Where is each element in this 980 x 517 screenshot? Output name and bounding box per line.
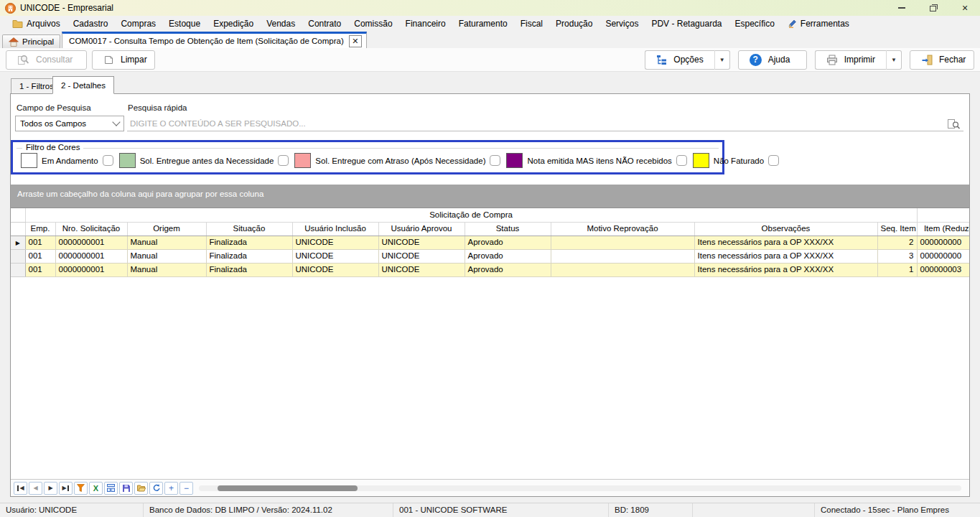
nav-filter-button[interactable] [74, 482, 88, 495]
menu-item-4[interactable]: Expedição [207, 17, 260, 31]
tab-principal[interactable]: Principal [2, 34, 60, 48]
column-header-8[interactable]: Observações [694, 222, 877, 236]
cell[interactable]: Itens necessários para a OP XXX/XX [694, 236, 877, 249]
tab-close-icon[interactable]: ✕ [349, 35, 362, 47]
cell[interactable]: Manual [127, 263, 206, 276]
group-by-panel[interactable]: Arraste um cabeçalho da coluna aqui para… [11, 185, 969, 208]
horizontal-scrollbar[interactable] [199, 485, 961, 491]
menu-item-9[interactable]: Faturamento [452, 17, 514, 31]
cell[interactable]: 0000000001 [55, 263, 127, 276]
cell[interactable]: Finalizada [206, 236, 292, 249]
cell[interactable] [551, 236, 694, 249]
menu-item-0[interactable]: Arquivos [6, 17, 67, 31]
nav-refresh-button[interactable] [149, 482, 163, 495]
menu-item-15[interactable]: Ferramentas [781, 17, 856, 31]
cell[interactable]: Aprovado [465, 236, 551, 249]
opcoes-button[interactable]: Opções [645, 50, 714, 70]
cell[interactable]: 3 [877, 249, 917, 263]
menu-item-6[interactable]: Contrato [302, 17, 347, 31]
column-header-10[interactable]: Item (Reduzi [917, 222, 969, 236]
opcoes-dropdown-arrow[interactable]: ▼ [714, 50, 730, 70]
color-filter-checkbox[interactable] [278, 155, 289, 166]
column-header-2[interactable]: Origem [127, 222, 206, 236]
cell[interactable]: Aprovado [465, 249, 551, 263]
menu-item-12[interactable]: Serviços [599, 17, 645, 31]
nav-save-layout-button[interactable] [119, 482, 133, 495]
cell[interactable]: Finalizada [206, 249, 292, 263]
cell[interactable]: Finalizada [206, 263, 292, 276]
tab-detalhes[interactable]: 2 - Detalhes [52, 76, 114, 94]
cell[interactable]: UNICODE [292, 263, 378, 276]
nav-columns-tree-button[interactable] [104, 482, 118, 495]
color-filter-checkbox[interactable] [103, 155, 113, 166]
imprimir-dropdown-arrow[interactable]: ▼ [886, 50, 902, 70]
table-row[interactable]: ▶0010000000001ManualFinalizadaUNICODEUNI… [11, 236, 969, 249]
nav-expand-button[interactable]: + [164, 482, 178, 495]
scrollbar-thumb[interactable] [218, 485, 358, 491]
cell[interactable]: Itens necessários para a OP XXX/XX [694, 249, 877, 263]
cell[interactable]: Aprovado [465, 263, 551, 276]
nav-next-button[interactable]: ▶ [44, 482, 57, 495]
table-row[interactable]: 0010000000001ManualFinalizadaUNICODEUNIC… [11, 249, 969, 263]
color-filter-checkbox[interactable] [490, 155, 500, 166]
quick-search-icon[interactable] [947, 118, 961, 130]
nav-first-button[interactable]: ◀ [14, 482, 27, 495]
column-header-1[interactable]: Nro. Solicitação [55, 222, 127, 236]
fechar-button[interactable]: Fechar [910, 50, 974, 70]
cell[interactable]: 000000003 [917, 263, 969, 276]
nav-last-button[interactable]: ▶ [59, 482, 73, 495]
cell[interactable] [551, 263, 694, 276]
cell[interactable]: 2 [877, 236, 917, 249]
minimize-icon[interactable] [897, 3, 907, 13]
cell[interactable]: Manual [127, 236, 206, 249]
cell[interactable]: Itens necessários para a OP XXX/XX [694, 263, 877, 276]
cell[interactable]: 001 [25, 263, 55, 276]
column-header-4[interactable]: Usuário Inclusão [292, 222, 378, 236]
cell[interactable]: 0000000001 [55, 249, 127, 263]
cell[interactable]: UNICODE [378, 249, 465, 263]
cell[interactable]: 001 [25, 249, 55, 263]
column-header-3[interactable]: Situação [206, 222, 292, 236]
cell[interactable]: 001 [25, 236, 55, 249]
menu-item-8[interactable]: Financeiro [399, 17, 452, 31]
cell[interactable]: UNICODE [292, 236, 378, 249]
close-icon[interactable]: × [960, 3, 970, 13]
color-filter-checkbox[interactable] [768, 155, 779, 166]
restore-icon[interactable] [928, 3, 938, 13]
menu-item-2[interactable]: Compras [114, 17, 162, 31]
nav-export-excel-button[interactable]: X [89, 482, 103, 495]
cell[interactable]: Manual [127, 249, 206, 263]
column-header-7[interactable]: Motivo Reprovação [551, 222, 694, 236]
imprimir-button[interactable]: Imprimir [815, 50, 886, 70]
menu-item-11[interactable]: Produção [549, 17, 599, 31]
column-header-6[interactable]: Status [465, 222, 551, 236]
cell[interactable]: 0000000001 [55, 236, 127, 249]
menu-item-10[interactable]: Fiscal [514, 17, 549, 31]
limpar-button[interactable]: Limpar [92, 50, 155, 70]
menu-item-14[interactable]: Específico [728, 17, 780, 31]
cell[interactable]: UNICODE [292, 249, 378, 263]
menu-item-13[interactable]: PDV - Retaguarda [645, 17, 728, 31]
color-filter-checkbox[interactable] [676, 155, 687, 166]
cell[interactable]: 000000000 [917, 249, 969, 263]
menu-item-5[interactable]: Vendas [260, 17, 302, 31]
cell[interactable]: 000000000 [917, 236, 969, 249]
ajuda-button[interactable]: Ajuda [738, 50, 807, 70]
table-row[interactable]: 0010000000001ManualFinalizadaUNICODEUNIC… [11, 263, 969, 276]
menu-item-1[interactable]: Cadastro [67, 17, 115, 31]
cell[interactable]: UNICODE [378, 236, 465, 249]
tab-com0017[interactable]: COM0017 - Consulta Tempo de Obtenção de … [62, 32, 367, 48]
menu-item-3[interactable]: Estoque [162, 17, 207, 31]
cell[interactable]: UNICODE [378, 263, 465, 276]
column-header-0[interactable]: Emp. [25, 222, 55, 236]
cell[interactable]: 1 [877, 263, 917, 276]
quick-search-input[interactable] [127, 116, 963, 131]
nav-open-layout-button[interactable] [134, 482, 148, 495]
column-header-5[interactable]: Usuário Aprovou [378, 222, 465, 236]
cell[interactable] [551, 249, 694, 263]
nav-collapse-button[interactable]: − [179, 482, 193, 495]
column-header-9[interactable]: Seq. Item [877, 222, 917, 236]
consultar-button[interactable]: Consultar [6, 50, 87, 70]
menu-item-7[interactable]: Comissão [347, 17, 398, 31]
nav-previous-button[interactable]: ◀ [29, 482, 42, 495]
